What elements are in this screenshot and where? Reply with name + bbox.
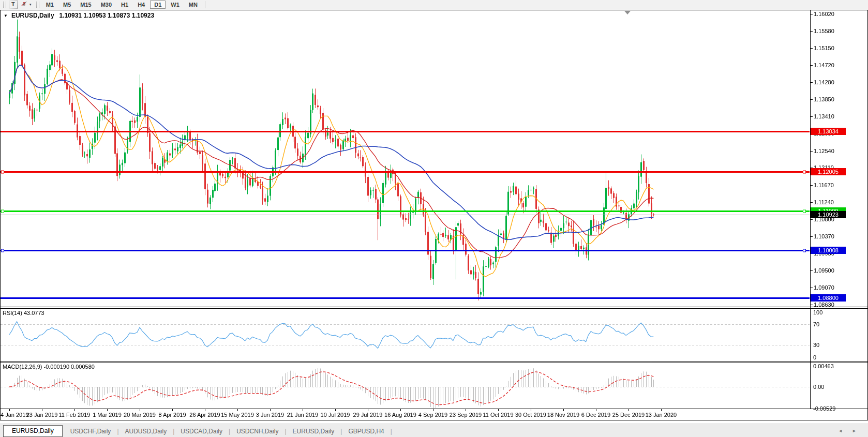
chart-title: ▼ EURUSD,Daily 1.10931 1.10953 1.10873 1… xyxy=(4,12,154,19)
chart-shift-marker-icon[interactable] xyxy=(624,11,631,14)
quote-ohlc: 1.10931 1.10953 1.10873 1.10923 xyxy=(59,12,155,19)
symbol-dropdown-icon[interactable]: ▼ xyxy=(4,13,8,18)
price-axis-tick: 1.12540 xyxy=(814,148,834,154)
timeframe-button-h1[interactable]: H1 xyxy=(117,1,132,9)
arrows-tool-button[interactable]: ▼ xyxy=(19,1,34,8)
price-axis-tick: 1.11670 xyxy=(814,182,834,188)
scroll-left-icon[interactable]: ◄ xyxy=(838,428,843,433)
date-axis-label: 11 Oct 2019 xyxy=(483,412,513,418)
price-axis-tickmark-icon xyxy=(810,151,813,152)
scroll-right-icon[interactable]: ► xyxy=(852,428,857,433)
price-axis-tick: 1.13410 xyxy=(814,113,834,119)
chart-tab-bar: EURUSD,DailyUSDCHF,Daily|AUDUSD,Daily|US… xyxy=(0,424,868,437)
date-axis-label: 21 Jun 2019 xyxy=(287,412,319,418)
chart-tab-usdchf-daily[interactable]: USDCHF,Daily xyxy=(65,426,117,437)
rsi-level-label: 30 xyxy=(813,342,819,348)
date-axis-label: 4 Sep 2019 xyxy=(418,412,447,418)
price-axis-tickmark-icon xyxy=(810,236,813,237)
date-axis-label: 20 Mar 2019 xyxy=(124,412,156,418)
timeframe-button-h4[interactable]: H4 xyxy=(133,1,149,9)
price-axis-tickmark-icon xyxy=(810,202,813,203)
hline-price-badge[interactable]: 1.08800 xyxy=(811,294,846,302)
date-axis-label: 8 Apr 2019 xyxy=(158,412,186,418)
macd-level-label: 0.00 xyxy=(813,384,824,390)
price-axis-tick: 1.15580 xyxy=(814,28,834,34)
symbol-name: EURUSD,Daily xyxy=(11,12,54,19)
macd-level-label: 0.00463 xyxy=(813,363,834,369)
hline-price-badge[interactable]: 1.13034 xyxy=(811,128,846,135)
date-axis-label: 6 Dec 2019 xyxy=(581,412,610,418)
price-axis-tick: 1.13850 xyxy=(814,96,834,102)
timeframe-group: M1M5M15M30H1H4D1W1MN xyxy=(41,1,202,9)
price-axis-tickmark-icon xyxy=(810,116,813,117)
chart-tab-eurusd-daily[interactable]: EURUSD,Daily xyxy=(287,426,340,437)
rsi-label: RSI(14) 43.0773 xyxy=(3,310,44,316)
date-axis-label: 15 May 2019 xyxy=(221,412,254,418)
price-axis-tickmark-icon xyxy=(810,14,813,14)
date-axis-label: 1 Mar 2019 xyxy=(93,412,122,418)
chevron-down-icon[interactable]: ▼ xyxy=(29,3,32,6)
toolbar-separator xyxy=(205,1,205,8)
timeframe-button-m15[interactable]: M15 xyxy=(76,1,95,9)
current-price-badge: 1.10923 xyxy=(811,211,846,218)
timeframe-button-w1[interactable]: W1 xyxy=(167,1,184,9)
date-axis-label: 18 Nov 2019 xyxy=(547,412,579,418)
timeframe-button-m5[interactable]: M5 xyxy=(59,1,75,9)
timeframe-button-m1[interactable]: M1 xyxy=(42,1,58,9)
top-toolbar: T ▼ M1M5M15M30H1H4D1W1MN xyxy=(0,0,868,9)
timeframe-button-d1[interactable]: D1 xyxy=(150,1,166,9)
price-axis-tick: 1.09500 xyxy=(814,267,834,274)
hline-price-badge[interactable]: 1.12005 xyxy=(811,168,846,175)
price-axis-tick: 1.09070 xyxy=(814,284,834,291)
date-axis-label: 4 Jan 2019 xyxy=(1,412,28,418)
text-tool-button[interactable]: T xyxy=(9,1,18,9)
panel-splitter[interactable] xyxy=(0,307,868,309)
chart-tab-usdcad-daily[interactable]: USDCAD,Daily xyxy=(175,426,228,437)
timeframe-button-mn[interactable]: MN xyxy=(185,1,202,9)
date-axis-label: 25 Dec 2019 xyxy=(612,412,645,418)
price-axis-tick: 1.11240 xyxy=(814,199,834,205)
price-axis-tickmark-icon xyxy=(810,99,813,100)
timeframe-button-m30[interactable]: M30 xyxy=(97,1,116,9)
price-axis-tickmark-icon xyxy=(810,219,813,220)
rsi-level-label: 0 xyxy=(813,354,816,360)
price-axis-tick: 1.14280 xyxy=(814,79,834,85)
rsi-level-label: 70 xyxy=(813,321,819,327)
date-axis-label: 3 Jun 2019 xyxy=(256,412,284,418)
arrows-tool-icon xyxy=(20,0,28,9)
date-axis-label: 23 Sep 2019 xyxy=(450,412,482,418)
chart-tab-audusd-daily[interactable]: AUDUSD,Daily xyxy=(119,426,173,437)
price-axis-tickmark-icon xyxy=(810,185,813,186)
price-axis-tick: 1.10370 xyxy=(814,233,834,239)
tab-scroll-arrows: ◄ ► xyxy=(838,428,865,437)
chart-tab-usdcnh-daily[interactable]: USDCNH,Daily xyxy=(231,426,284,437)
price-axis-tickmark-icon xyxy=(810,305,813,305)
price-axis-tick: 1.16020 xyxy=(814,11,834,17)
tab-separator: | xyxy=(390,428,393,437)
date-axis-label: 26 Apr 2019 xyxy=(189,412,220,418)
price-axis-tickmark-icon xyxy=(810,31,813,32)
price-axis-tick: 1.14720 xyxy=(814,62,834,68)
date-axis-label: 11 Feb 2019 xyxy=(59,412,91,418)
chart-tab-eurusd-daily[interactable]: EURUSD,Daily xyxy=(3,425,63,437)
toolbar-grip-icon xyxy=(3,2,6,8)
chart-canvas[interactable] xyxy=(0,0,868,437)
macd-label: MACD(12,26,9) -0.000190 0.000580 xyxy=(3,364,95,370)
price-axis-tick: 1.15150 xyxy=(814,45,834,51)
date-axis-label: 16 Aug 2019 xyxy=(384,412,416,418)
toolbar-grip-icon xyxy=(36,2,39,8)
macd-level-label: -0.00529 xyxy=(813,405,835,412)
hline-price-badge[interactable]: 1.10008 xyxy=(811,247,846,254)
rsi-level-label: 100 xyxy=(813,309,822,315)
date-axis-label: 29 Jul 2019 xyxy=(353,412,383,418)
date-axis-label: 23 Jan 2019 xyxy=(26,412,58,418)
chart-tab-gbpusd-h4[interactable]: GBPUSD,H4 xyxy=(342,426,390,437)
date-axis-label: 10 Jul 2019 xyxy=(321,412,350,418)
date-axis-label: 13 Jan 2020 xyxy=(646,412,677,418)
price-axis-tickmark-icon xyxy=(810,288,813,288)
price-axis-tickmark-icon xyxy=(810,270,813,271)
price-axis-tickmark-icon xyxy=(810,82,813,83)
panel-splitter[interactable] xyxy=(0,361,868,364)
price-axis-tickmark-icon xyxy=(810,65,813,66)
price-axis-tickmark-icon xyxy=(810,48,813,49)
